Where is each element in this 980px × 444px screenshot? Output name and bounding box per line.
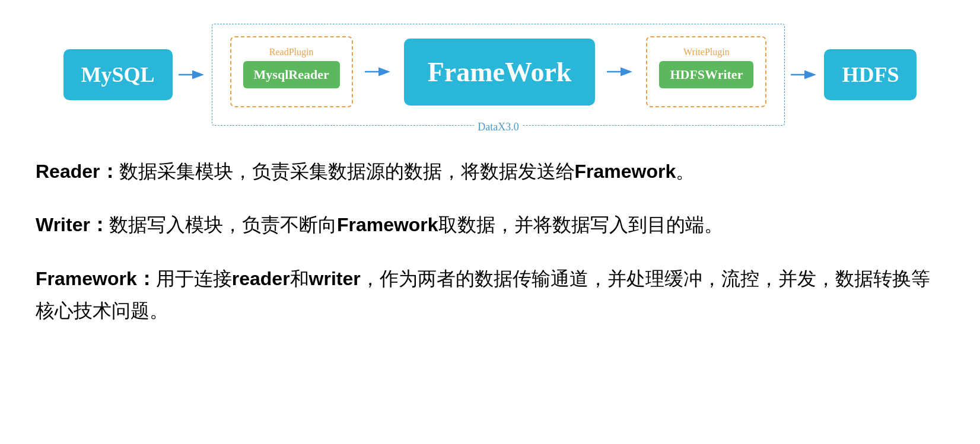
framework-box: FrameWork xyxy=(404,39,596,106)
hdfs-writer-label: HDFSWriter xyxy=(670,67,743,82)
mysql-reader-wrapper: ReadPlugin MysqlReader xyxy=(243,47,340,88)
writer-text1: 数据写入模块，负责不断向 xyxy=(109,214,337,235)
datax-container: DataX3.0 ReadPlugin MysqlReader xyxy=(212,24,785,126)
framework-label: FrameWork xyxy=(428,57,572,87)
reader-end: 。 xyxy=(676,161,695,182)
arrow-4 xyxy=(790,66,819,84)
mysql-reader-label: MysqlReader xyxy=(254,67,329,82)
framework-paragraph: Framework：用于连接reader和writer，作为两者的数据传输通道，… xyxy=(36,263,944,327)
write-plugin-label: WritePlugin xyxy=(683,47,730,58)
datax-label: DataX3.0 xyxy=(474,121,522,133)
read-plugin-label: ReadPlugin xyxy=(269,47,314,58)
framework-term: Framework xyxy=(36,268,137,289)
hdfs-writer-box: HDFSWriter xyxy=(659,61,753,88)
arrow-1 xyxy=(177,66,207,84)
framework-and: 和 xyxy=(290,268,309,289)
arrow-3 xyxy=(606,63,635,81)
writer-framework-ref: Framework xyxy=(337,214,438,235)
hdfs-label: HDFS xyxy=(842,63,899,87)
mysql-box: MySQL xyxy=(63,49,173,100)
read-plugin-wrapper: ReadPlugin MysqlReader xyxy=(230,36,353,107)
writer-term: Writer xyxy=(36,214,90,235)
diagram-section: MySQL DataX3.0 ReadPlugin MysqlReader xyxy=(36,18,944,126)
reader-colon: ： xyxy=(100,161,119,182)
framework-writer-ref: writer xyxy=(309,268,361,289)
framework-text1: 用于连接 xyxy=(156,268,232,289)
write-plugin-wrapper: WritePlugin HDFSWriter xyxy=(646,36,766,107)
hdfs-box: HDFS xyxy=(824,49,917,100)
mysql-reader-box: MysqlReader xyxy=(243,61,340,88)
text-section: Reader：数据采集模块，负责采集数据源的数据，将数据发送给Framework… xyxy=(36,155,944,327)
writer-text2: 取数据，并将数据写入到目的端。 xyxy=(438,214,723,235)
reader-text: 数据采集模块，负责采集数据源的数据，将数据发送给 xyxy=(119,161,575,182)
hdfs-writer-wrapper: WritePlugin HDFSWriter xyxy=(659,47,753,88)
writer-colon: ： xyxy=(90,214,109,235)
mysql-label: MySQL xyxy=(81,63,155,87)
arrow-2 xyxy=(364,63,393,81)
reader-term: Reader xyxy=(36,161,100,182)
writer-paragraph: Writer：数据写入模块，负责不断向Framework取数据，并将数据写入到目… xyxy=(36,209,944,241)
framework-colon: ： xyxy=(137,268,156,289)
framework-reader-ref: reader xyxy=(232,268,290,289)
reader-paragraph: Reader：数据采集模块，负责采集数据源的数据，将数据发送给Framework… xyxy=(36,155,944,187)
reader-framework-ref: Framework xyxy=(575,161,676,182)
